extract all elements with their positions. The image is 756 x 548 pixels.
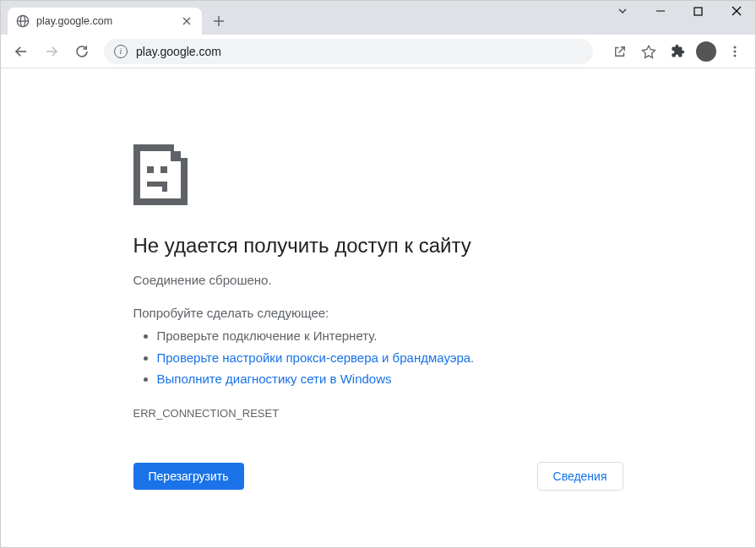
reload-button[interactable]: Перезагрузить (133, 463, 244, 490)
extensions-icon[interactable] (664, 38, 691, 65)
error-title: Не удается получить доступ к сайту (133, 234, 623, 258)
list-item: Проверьте подключение к Интернету. (157, 325, 623, 347)
browser-tab[interactable]: play.google.com (8, 8, 202, 35)
details-button[interactable]: Сведения (537, 462, 623, 491)
svg-rect-19 (147, 182, 167, 187)
list-item: Выполните диагностику сети в Windows (157, 368, 623, 390)
chevron-down-icon[interactable] (603, 0, 641, 24)
sad-page-icon (133, 144, 194, 205)
error-suggest-label: Попробуйте сделать следующее: (133, 306, 623, 320)
titlebar: play.google.com (1, 1, 755, 35)
new-tab-button[interactable] (207, 9, 231, 33)
close-button[interactable] (717, 0, 755, 24)
window-controls (603, 0, 755, 28)
browser-toolbar: i play.google.com (1, 35, 755, 68)
reload-toolbar-button[interactable] (68, 38, 95, 65)
proxy-settings-link[interactable]: Проверьте настройки прокси-сервера и бра… (157, 350, 471, 365)
svg-point-16 (734, 54, 737, 57)
url-text: play.google.com (136, 45, 583, 58)
svg-point-14 (734, 46, 737, 48)
error-buttons: Перезагрузить Сведения (133, 462, 623, 491)
svg-rect-18 (160, 166, 167, 173)
tab-title: play.google.com (36, 15, 173, 27)
error-code: ERR_CONNECTION_RESET (133, 407, 623, 420)
svg-rect-8 (694, 8, 702, 15)
svg-point-15 (734, 50, 737, 52)
maximize-button[interactable] (679, 0, 717, 24)
share-icon[interactable] (606, 38, 634, 65)
globe-icon (16, 14, 30, 28)
error-subtitle: Соединение сброшено. (133, 273, 623, 287)
toolbar-right (606, 38, 748, 65)
tab-close-icon[interactable] (180, 14, 193, 28)
svg-rect-20 (162, 187, 167, 192)
error-page: Не удается получить доступ к сайту Соеди… (133, 144, 623, 491)
list-item: Проверьте настройки прокси-сервера и бра… (157, 347, 623, 369)
forward-button[interactable] (38, 38, 65, 65)
menu-icon[interactable] (721, 38, 748, 65)
address-bar[interactable]: i play.google.com (104, 39, 593, 64)
site-info-icon[interactable]: i (114, 45, 128, 58)
network-diagnostics-link[interactable]: Выполните диагностику сети в Windows (157, 372, 392, 386)
minimize-button[interactable] (641, 0, 679, 24)
svg-marker-13 (643, 46, 655, 57)
profile-avatar[interactable] (696, 41, 716, 62)
error-suggestions-list: Проверьте подключение к Интернету. Прове… (133, 325, 623, 390)
page-content: Не удается получить доступ к сайту Соеди… (1, 68, 755, 491)
bookmark-star-icon[interactable] (635, 38, 662, 65)
back-button[interactable] (8, 38, 35, 65)
svg-rect-17 (147, 166, 154, 173)
